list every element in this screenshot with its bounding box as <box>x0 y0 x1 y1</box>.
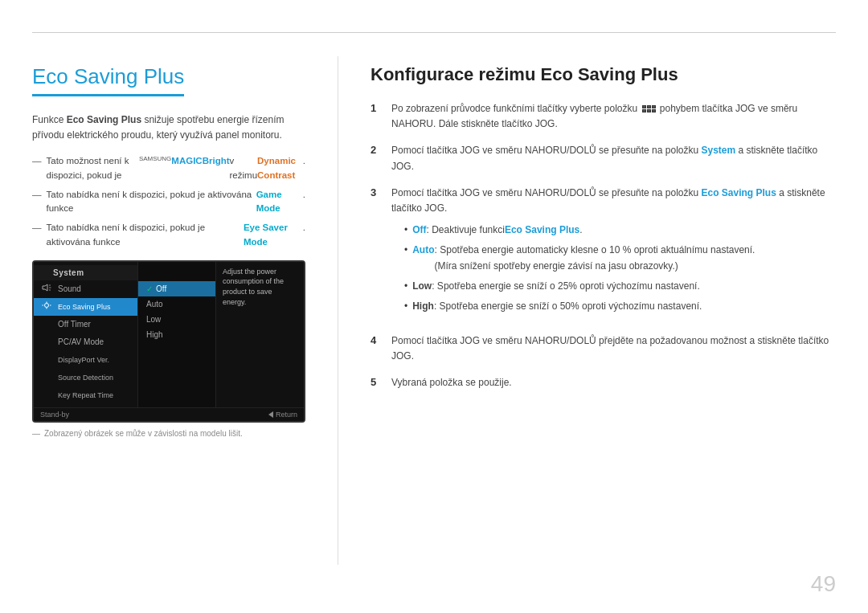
note-3: Tato nabídka není k dispozici, pokud je … <box>32 221 305 249</box>
step-2: 2 Pomocí tlačítka JOG ve směru NAHORU/DO… <box>371 143 836 174</box>
osd-item-eco: Eco Saving Plus <box>34 298 137 316</box>
svg-point-4 <box>45 303 49 307</box>
osd-container: System Sound <box>34 262 304 407</box>
vertical-divider <box>338 56 338 565</box>
step-5-number: 5 <box>371 376 383 388</box>
osd-item-pcav: PC/AV Mode <box>34 333 137 351</box>
step-5: 5 Vybraná položka se použije. <box>371 375 836 390</box>
osd-desc-text: Adjust the power consumption of the prod… <box>223 268 284 306</box>
osd-right-auto: Auto <box>138 296 215 312</box>
right-section-title: Konfigurace režimu Eco Saving Plus <box>371 64 836 85</box>
osd-item-sound-label: Sound <box>58 284 81 293</box>
osd-item-displayport-label: DisplayPort Ver. <box>58 356 109 364</box>
step-5-text: Vybraná položka se použije. <box>391 375 836 390</box>
osd-right-high: High <box>138 327 215 342</box>
osd-right-low-label: Low <box>146 315 161 324</box>
note-2: Tato nabídka není k dispozici, pokud je … <box>32 188 305 216</box>
step-4-number: 4 <box>371 334 383 346</box>
sound-icon <box>42 284 53 295</box>
osd-item-eco-label: Eco Saving Plus <box>58 303 111 311</box>
monitor-mockup: System Sound <box>32 260 305 423</box>
eco-options-list: Off: Deaktivuje funkci Eco Saving Plus. … <box>404 223 836 314</box>
osd-item-source: Source Detection <box>34 369 137 386</box>
osd-item-displayport: DisplayPort Ver. <box>34 351 137 369</box>
step-4: 4 Pomocí tlačítka JOG ve směru NAHORU/DO… <box>371 333 836 364</box>
osd-right-off-label: Off <box>156 284 166 293</box>
img-caption: Zobrazený obrázek se může v závislosti n… <box>32 429 305 438</box>
note-1: Tato možnost není k dispozici, pokud je … <box>32 154 305 182</box>
osd-item-off-timer-label: Off Timer <box>58 320 91 329</box>
osd-right-auto-label: Auto <box>146 300 163 309</box>
return-label: Return <box>276 411 297 419</box>
bullet-high: High: Spotřeba energie se sníží o 50% op… <box>404 299 836 314</box>
triangle-icon <box>268 411 273 418</box>
osd-footer: Stand-by Return <box>34 407 304 421</box>
step-3-text: Pomocí tlačítka JOG ve směru NAHORU/DOLŮ… <box>391 186 836 322</box>
step-4-text: Pomocí tlačítka JOG ve směru NAHORU/DOLŮ… <box>391 333 836 364</box>
osd-right-high-label: High <box>146 330 163 339</box>
return-button: Return <box>268 411 297 419</box>
grid-icon <box>642 105 656 112</box>
osd-item-source-label: Source Detection <box>58 374 113 382</box>
svg-marker-0 <box>43 284 47 291</box>
check-icon: ✓ <box>146 284 153 293</box>
right-column: Konfigurace režimu Eco Saving Plus 1 Po … <box>371 48 836 581</box>
source-icon <box>42 372 53 383</box>
osd-item-off-timer: Off Timer <box>34 316 137 333</box>
key-icon <box>42 390 53 401</box>
step-1-text: Po zobrazení průvodce funkčními tlačítky… <box>391 101 836 132</box>
osd-right-off: ✓ Off <box>138 281 215 296</box>
intro-text: Funkce Eco Saving Plus snižuje spotřebu … <box>32 112 305 143</box>
osd-item-pcav-label: PC/AV Mode <box>58 337 104 346</box>
displayport-icon <box>42 354 53 366</box>
step-3-number: 3 <box>371 186 383 198</box>
bullet-off: Off: Deaktivuje funkci Eco Saving Plus. <box>404 223 836 238</box>
step-1: 1 Po zobrazení průvodce funkčními tlačít… <box>371 101 836 132</box>
step-3: 3 Pomocí tlačítka JOG ve směru NAHORU/DO… <box>371 186 836 322</box>
brightness-icon <box>42 301 53 313</box>
page-number: 49 <box>811 571 836 597</box>
left-column: Eco Saving Plus Funkce Eco Saving Plus s… <box>32 48 305 581</box>
step-2-text: Pomocí tlačítka JOG ve směru NAHORU/DOLŮ… <box>391 143 836 174</box>
osd-right-menu: ✓ Off Auto Low High <box>138 262 215 407</box>
osd-right-low: Low <box>138 312 215 327</box>
osd-item-key-label: Key Repeat Time <box>58 391 113 399</box>
osd-item-key-repeat: Key Repeat Time <box>34 386 137 404</box>
osd-footer-standby: Stand-by <box>40 411 69 419</box>
top-divider <box>32 32 836 33</box>
bullet-low: Low: Spotřeba energie se sníží o 25% opr… <box>404 279 836 294</box>
bullet-auto: Auto: Spotřeba energie automaticky klesn… <box>404 243 836 273</box>
content-wrapper: Eco Saving Plus Funkce Eco Saving Plus s… <box>32 48 836 581</box>
step-1-number: 1 <box>371 102 383 114</box>
pcav-icon <box>42 337 53 348</box>
osd-description: Adjust the power consumption of the prod… <box>215 262 304 407</box>
left-section-title: Eco Saving Plus <box>32 64 184 96</box>
step-2-number: 2 <box>371 144 383 156</box>
timer-icon <box>42 319 53 330</box>
